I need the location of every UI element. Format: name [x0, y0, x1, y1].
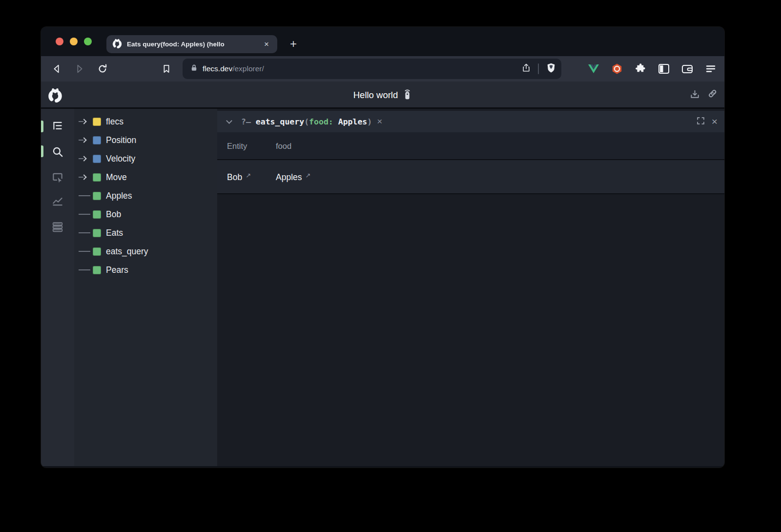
- entity-kind-swatch: [93, 192, 101, 200]
- panel-close-icon[interactable]: ×: [712, 116, 718, 127]
- tree-branch: [79, 157, 93, 161]
- result-table-body: Bob↗ Apples↗: [217, 160, 724, 194]
- entity-kind-swatch: [93, 136, 101, 144]
- query-header: ?– eats_query(food: Apples) × ×: [217, 111, 724, 132]
- result-cell-entity[interactable]: Bob↗: [227, 160, 251, 194]
- bookmark-icon[interactable]: [160, 62, 173, 75]
- tree-branch: [79, 269, 93, 270]
- inspector-tool-icon[interactable]: [51, 171, 64, 184]
- tree-item-Apples[interactable]: Apples: [74, 186, 217, 205]
- active-panel-pill: [41, 145, 43, 157]
- sidebar-toggle-icon[interactable]: [658, 63, 670, 75]
- entity-tree-tool-icon[interactable]: [51, 120, 64, 133]
- tree-item-Pears[interactable]: Pears: [74, 261, 217, 279]
- extensions-puzzle-icon[interactable]: [635, 63, 646, 75]
- remote-connection-icon: [403, 88, 412, 102]
- hexagon-extension-icon[interactable]: [611, 63, 623, 75]
- explorer-content: flecs Position Velocity Move Apples Bob …: [41, 109, 724, 466]
- brave-shield-icon[interactable]: [546, 62, 556, 75]
- address-bar-actions: [521, 59, 556, 79]
- tab-bar: Eats query(food: Apples) (hello × +: [41, 27, 724, 56]
- forward-button[interactable]: [73, 62, 86, 75]
- download-world-icon[interactable]: [687, 89, 702, 102]
- tree-item-label: Move: [106, 172, 127, 183]
- result-row: Bob↗ Apples↗: [217, 160, 724, 194]
- tree-item-label: eats_query: [106, 246, 148, 257]
- external-link-icon[interactable]: ↗: [306, 172, 311, 179]
- vue-devtools-icon[interactable]: [588, 63, 599, 75]
- back-button[interactable]: [50, 62, 63, 75]
- external-link-icon[interactable]: ↗: [246, 172, 251, 179]
- tab-title: Eats query(food: Apples) (hello: [127, 41, 262, 48]
- share-link-icon[interactable]: [706, 89, 720, 102]
- memory-tool-icon[interactable]: [51, 221, 64, 233]
- tab-close-icon[interactable]: ×: [262, 40, 271, 49]
- query-expression: ?– eats_query(food: Apples): [241, 117, 372, 126]
- entity-kind-swatch: [93, 118, 101, 126]
- explorer-header: Hello world: [41, 82, 724, 109]
- entity-kind-swatch: [93, 173, 101, 182]
- world-title: Hello world: [353, 90, 398, 101]
- url-path: /explorer/: [232, 64, 264, 73]
- fullscreen-icon[interactable]: [697, 117, 705, 127]
- share-icon[interactable]: [521, 63, 531, 75]
- stats-chart-tool-icon[interactable]: [51, 195, 64, 207]
- browser-tab[interactable]: Eats query(food: Apples) (hello ×: [106, 35, 277, 53]
- tree-branch: [79, 120, 93, 123]
- entity-kind-swatch: [93, 210, 101, 219]
- tree-branch: [79, 251, 93, 252]
- macos-minimize-button[interactable]: [70, 38, 78, 45]
- tool-rail: [41, 109, 74, 466]
- new-tab-button[interactable]: +: [287, 37, 300, 51]
- tree-branch: [79, 195, 93, 196]
- wallet-icon[interactable]: [681, 63, 693, 75]
- tree-item-label: Apples: [106, 191, 132, 201]
- entity-kind-swatch: [93, 247, 101, 256]
- entity-tree-panel: flecs Position Velocity Move Apples Bob …: [74, 109, 217, 466]
- tree-item-Move[interactable]: Move: [74, 168, 217, 186]
- divider: [538, 63, 539, 74]
- tree-item-label: Velocity: [106, 154, 135, 164]
- browser-window: Eats query(food: Apples) (hello × +: [41, 27, 724, 468]
- tree-branch: [79, 232, 93, 233]
- macos-close-button[interactable]: [56, 38, 63, 45]
- search-tool-icon[interactable]: [51, 145, 64, 158]
- macos-zoom-button[interactable]: [84, 38, 92, 45]
- query-panel: ?– eats_query(food: Apples) × × Entityfo…: [217, 109, 724, 466]
- tree-item-flecs[interactable]: flecs: [74, 112, 217, 131]
- result-table-header: Entityfood: [217, 132, 724, 160]
- url-host: flecs.dev: [203, 64, 232, 73]
- query-clear-icon[interactable]: ×: [377, 116, 382, 127]
- column-header-Entity: Entity: [227, 132, 247, 160]
- tree-item-label: flecs: [106, 117, 123, 127]
- entity-kind-swatch: [93, 155, 101, 163]
- tree-item-Position[interactable]: Position: [74, 131, 217, 149]
- address-bar[interactable]: flecs.dev/explorer/: [183, 59, 561, 79]
- lock-icon: [190, 64, 198, 74]
- query-prompt: ?–: [241, 117, 251, 126]
- tree-item-label: Bob: [106, 209, 121, 220]
- chevron-down-icon[interactable]: [226, 118, 232, 124]
- tree-item-label: Position: [106, 135, 136, 145]
- tree-item-label: Pears: [106, 265, 128, 275]
- active-panel-pill: [41, 121, 43, 132]
- tree-branch: [79, 138, 93, 142]
- reload-button[interactable]: [96, 62, 109, 75]
- column-header-food: food: [276, 132, 291, 160]
- tree-item-label: Eats: [106, 228, 123, 238]
- entity-kind-swatch: [93, 266, 101, 274]
- entity-kind-swatch: [93, 229, 101, 237]
- browser-toolbar: flecs.dev/explorer/: [41, 56, 724, 82]
- extension-row: [588, 56, 717, 82]
- tree-branch: [79, 175, 93, 179]
- menu-icon[interactable]: [705, 63, 717, 75]
- result-cell-food[interactable]: Apples↗: [276, 160, 310, 194]
- tree-item-eats_query[interactable]: eats_query: [74, 242, 217, 261]
- tree-item-Bob[interactable]: Bob: [74, 205, 217, 224]
- tree-branch: [79, 214, 93, 215]
- tree-item-Velocity[interactable]: Velocity: [74, 149, 217, 168]
- tab-favicon-flecs-logo-icon: [112, 39, 122, 50]
- tree-item-Eats[interactable]: Eats: [74, 224, 217, 242]
